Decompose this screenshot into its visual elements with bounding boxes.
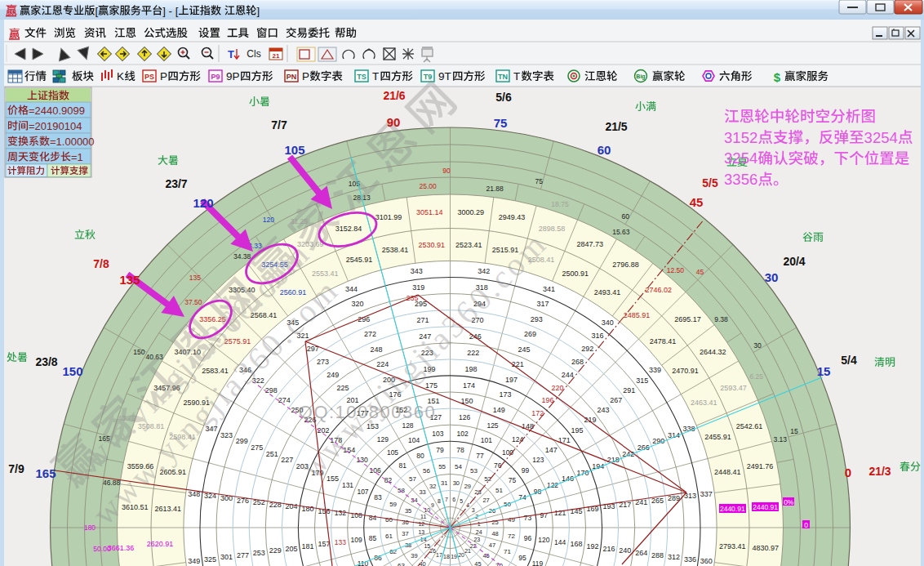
svg-text:90: 90 (387, 115, 401, 129)
svg-text:20: 20 (458, 552, 464, 558)
svg-text:337: 337 (700, 490, 713, 498)
svg-text:274: 274 (278, 396, 291, 404)
svg-text:3051.14: 3051.14 (416, 208, 443, 216)
svg-text:33: 33 (419, 488, 425, 496)
svg-text:107: 107 (357, 488, 368, 496)
svg-text:45: 45 (474, 560, 481, 566)
svg-text:251: 251 (266, 450, 278, 458)
svg-text:3101.99: 3101.99 (375, 213, 402, 221)
svg-text:72: 72 (508, 533, 515, 540)
svg-text:205: 205 (286, 545, 298, 553)
svg-text:268: 268 (571, 358, 584, 366)
svg-text:P: P (302, 70, 309, 82)
svg-text:31: 31 (441, 479, 447, 487)
svg-text:120: 120 (193, 196, 213, 210)
svg-text:320: 320 (352, 300, 364, 308)
svg-text:2491.76: 2491.76 (747, 462, 774, 470)
svg-text:21/3: 21/3 (868, 465, 891, 478)
svg-text:2593.47: 2593.47 (720, 384, 747, 392)
svg-text:55: 55 (438, 463, 446, 470)
svg-text:245: 245 (518, 345, 530, 354)
svg-text:15: 15 (817, 364, 831, 378)
svg-text:157: 157 (318, 540, 330, 548)
svg-text:243: 243 (597, 406, 609, 414)
svg-text:60: 60 (385, 516, 393, 524)
svg-text:2793.41: 2793.41 (719, 542, 746, 550)
svg-text:15: 15 (790, 427, 798, 435)
svg-text:85: 85 (369, 534, 377, 542)
svg-text:288: 288 (651, 551, 664, 559)
svg-text:99: 99 (522, 466, 530, 475)
svg-text:119: 119 (532, 559, 544, 566)
svg-text:57: 57 (409, 475, 416, 483)
svg-text:=2440.9099: =2440.9099 (29, 105, 85, 117)
svg-text:20/4: 20/4 (783, 255, 805, 268)
svg-text:225: 225 (336, 384, 349, 392)
svg-text:312: 312 (668, 553, 680, 561)
svg-text:229: 229 (269, 546, 282, 555)
svg-text:80: 80 (416, 452, 424, 460)
svg-text:5/6: 5/6 (495, 91, 512, 104)
svg-text:25: 25 (491, 519, 498, 526)
svg-text:249: 249 (327, 371, 339, 379)
svg-text:269: 269 (524, 330, 536, 338)
svg-text:PS: PS (144, 73, 154, 81)
svg-text:2523.41: 2523.41 (455, 241, 482, 249)
svg-text:29: 29 (464, 483, 471, 490)
svg-text:17: 17 (436, 552, 442, 558)
svg-text:Cls: Cls (247, 48, 260, 60)
svg-text:23/8: 23/8 (35, 355, 57, 368)
svg-text:=20190104: =20190104 (29, 120, 82, 132)
svg-text:275: 275 (251, 443, 263, 452)
svg-text:45: 45 (690, 195, 704, 209)
svg-text:53: 53 (470, 467, 478, 475)
svg-text:60: 60 (597, 143, 611, 157)
svg-text:78: 78 (456, 446, 464, 454)
svg-text:106: 106 (370, 466, 381, 475)
svg-text:174: 174 (463, 381, 475, 390)
svg-text:2545.91: 2545.91 (346, 256, 373, 264)
svg-text:36: 36 (402, 519, 408, 526)
svg-text:54: 54 (455, 463, 462, 470)
svg-text:51: 51 (495, 487, 503, 494)
svg-text:316: 316 (591, 332, 603, 340)
svg-text:59: 59 (389, 501, 397, 508)
svg-text:K: K (117, 70, 124, 82)
svg-text:5: 5 (460, 498, 463, 504)
svg-text:103: 103 (432, 430, 443, 438)
svg-text:9T: 9T (438, 70, 451, 82)
svg-text:253: 253 (253, 549, 265, 557)
svg-text:2463.41: 2463.41 (691, 399, 717, 407)
svg-text:120: 120 (263, 216, 274, 224)
svg-text:3661.36: 3661.36 (108, 544, 135, 552)
svg-text:339: 339 (649, 366, 661, 374)
svg-text:74: 74 (518, 493, 526, 501)
svg-text:2898.58: 2898.58 (539, 225, 566, 233)
svg-text:128: 128 (402, 421, 413, 430)
svg-text:39: 39 (411, 552, 417, 559)
svg-text:=1.00000: =1.00000 (50, 136, 95, 148)
svg-text:323: 323 (220, 431, 233, 439)
svg-text:108: 108 (351, 511, 362, 519)
svg-text:22: 22 (470, 543, 477, 549)
svg-text:135: 135 (189, 274, 201, 282)
svg-text:192: 192 (586, 542, 598, 550)
svg-text:75: 75 (494, 116, 508, 130)
svg-text:37.50: 37.50 (184, 298, 202, 306)
svg-text:101: 101 (481, 436, 492, 444)
svg-text:181: 181 (301, 542, 313, 550)
svg-text:2455.91: 2455.91 (704, 433, 731, 441)
svg-text:336: 336 (684, 555, 696, 564)
svg-text:3152.84: 3152.84 (335, 225, 362, 233)
svg-text:7/7: 7/7 (271, 118, 287, 131)
svg-text:QQ:100800360: QQ:100800360 (299, 402, 436, 422)
svg-text:21/5: 21/5 (605, 120, 627, 133)
svg-text:2746.02: 2746.02 (645, 286, 672, 294)
svg-text:48: 48 (491, 530, 498, 537)
svg-text:2500.91: 2500.91 (562, 270, 589, 278)
svg-text:149: 149 (493, 406, 505, 414)
svg-text:175: 175 (425, 381, 438, 390)
svg-text:2538.41: 2538.41 (382, 246, 409, 254)
svg-text:73: 73 (524, 514, 532, 522)
svg-text:82: 82 (384, 476, 393, 484)
